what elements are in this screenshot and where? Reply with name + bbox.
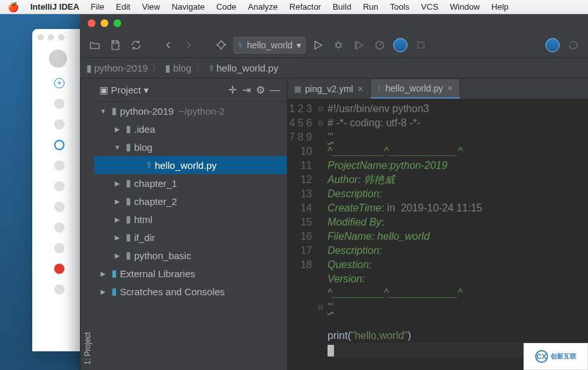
menu-tools[interactable]: Tools <box>390 2 409 12</box>
libraries-icon: ▮ <box>108 268 120 279</box>
build-button[interactable] <box>213 37 230 54</box>
folder-icon: ▮ <box>122 195 134 207</box>
menu-vcs[interactable]: VCS <box>421 2 438 12</box>
project-view-selector[interactable]: ▣ Project ▾ <box>99 84 149 96</box>
code-content[interactable]: #!/usr/bin/env python3 # -*- coding: utf… <box>325 99 588 370</box>
line-numbers: 1 2 3 4 5 6 7 8 9 10 11 12 13 14 15 16 1… <box>288 99 316 370</box>
tree-node-blog[interactable]: ▼ ▮ blog <box>94 138 287 156</box>
tree-root-path: ~/python-2 <box>179 106 224 117</box>
menu-build[interactable]: Build <box>333 2 351 12</box>
project-tool-window-tab[interactable]: 1: Project <box>80 79 94 370</box>
run-configuration-selector[interactable]: ⚕ hello_world ▾ <box>233 37 306 54</box>
breadcrumb-folder[interactable]: ▮ blog <box>165 63 191 74</box>
debug-button[interactable] <box>330 37 347 54</box>
python-file-icon: ⚕ <box>209 63 214 74</box>
run-config-label: hello_world <box>247 40 293 50</box>
expand-arrow-icon[interactable]: ▶ <box>112 180 122 187</box>
tree-label: if_dir <box>134 232 155 243</box>
text-caret <box>328 345 334 356</box>
run-with-coverage-button[interactable] <box>351 37 368 54</box>
expand-arrow-icon[interactable]: ▼ <box>112 144 122 151</box>
hide-button[interactable]: — <box>268 83 282 97</box>
tree-node-scratches[interactable]: ▶ ▮ Scratches and Consoles <box>94 282 287 300</box>
tree-node-hello-world[interactable]: ⚕ hello_world.py <box>94 156 287 174</box>
background-app-window: + <box>32 29 84 351</box>
close-tab-icon[interactable]: ✕ <box>357 84 364 93</box>
tree-label: hello_world.py <box>155 160 217 171</box>
expand-arrow-icon[interactable]: ▶ <box>98 288 108 295</box>
stop-button[interactable] <box>413 37 429 54</box>
expand-arrow-icon[interactable]: ▶ <box>112 252 122 259</box>
tree-node-external-libraries[interactable]: ▶ ▮ External Libraries <box>94 264 287 282</box>
expand-arrow-icon[interactable]: ▶ <box>112 234 122 241</box>
breadcrumb-root[interactable]: ▮ python-2019 <box>86 63 148 74</box>
tree-node-chapter2[interactable]: ▶ ▮ chapter_2 <box>94 192 287 210</box>
menu-help[interactable]: Help <box>491 2 509 12</box>
gauge-icon[interactable] <box>392 37 409 54</box>
collapse-all-button[interactable]: ⇥ <box>239 83 253 97</box>
window-controls[interactable] <box>88 19 121 27</box>
forward-button[interactable] <box>181 37 197 54</box>
expand-arrow-icon[interactable]: ▶ <box>112 216 122 223</box>
folder-icon: ▮ <box>122 231 134 243</box>
tree-node-pybasic[interactable]: ▶ ▮ python_basic <box>94 246 287 264</box>
python-icon: ⚕ <box>238 40 243 50</box>
expand-arrow-icon[interactable]: ▼ <box>98 108 108 115</box>
app-name[interactable]: IntelliJ IDEA <box>30 2 79 12</box>
open-button[interactable] <box>86 37 103 54</box>
minimize-window-icon[interactable] <box>101 19 108 27</box>
gauge2-icon[interactable] <box>544 37 561 54</box>
menu-file[interactable]: File <box>91 2 104 12</box>
update-button[interactable] <box>565 37 582 54</box>
close-tab-icon[interactable]: ✕ <box>447 84 453 93</box>
folder-icon: ▮ <box>165 63 170 74</box>
settings-button[interactable]: ⚙ <box>253 83 268 97</box>
expand-arrow-icon[interactable]: ▶ <box>112 198 122 205</box>
menu-code[interactable]: Code <box>216 2 236 12</box>
save-all-button[interactable] <box>107 37 124 54</box>
chevron-right-icon: 〉 <box>152 62 161 74</box>
breadcrumb-file[interactable]: ⚕ hello_world.py <box>209 63 279 74</box>
menu-view[interactable]: View <box>142 2 160 12</box>
menu-run[interactable]: Run <box>363 2 378 12</box>
zoom-window-icon[interactable] <box>113 19 121 27</box>
breadcrumb: ▮ python-2019 〉 ▮ blog 〉 ⚕ hello_world.p… <box>80 58 588 79</box>
tree-label: python_basic <box>134 250 191 261</box>
tree-node-chapter1[interactable]: ▶ ▮ chapter_1 <box>94 174 287 192</box>
tree-node-ifdir[interactable]: ▶ ▮ if_dir <box>94 228 287 246</box>
chevron-down-icon: ▾ <box>297 40 301 50</box>
folder-icon: ▮ <box>122 177 134 189</box>
fold-gutter[interactable]: ⊟⊟⊟ <box>316 99 325 370</box>
tree-label: html <box>134 214 152 225</box>
tab-label: hello_world.py <box>386 83 444 93</box>
tree-label: chapter_2 <box>134 196 177 207</box>
profile-button[interactable] <box>371 37 388 54</box>
folder-icon: ▮ <box>122 141 134 153</box>
menu-navigate[interactable]: Navigate <box>172 2 204 12</box>
back-button[interactable] <box>160 37 177 54</box>
tab-ping-v2[interactable]: ▦ ping_v2.yml ✕ <box>288 79 371 99</box>
menu-window[interactable]: Window <box>450 2 480 12</box>
project-tree: ▼ ▮ python-2019 ~/python-2 ▶ ▮ .idea ▼ ▮… <box>94 102 287 370</box>
tree-root[interactable]: ▼ ▮ python-2019 ~/python-2 <box>94 102 287 120</box>
expand-arrow-icon[interactable]: ▶ <box>112 126 122 133</box>
tree-node-idea[interactable]: ▶ ▮ .idea <box>94 120 287 138</box>
menu-analyze[interactable]: Analyze <box>248 2 278 12</box>
apple-logo-icon: 🍎 <box>8 2 19 12</box>
menu-edit[interactable]: Edit <box>116 2 130 12</box>
tree-node-html[interactable]: ▶ ▮ html <box>94 210 287 228</box>
locate-button[interactable]: ✛ <box>225 83 239 97</box>
run-button[interactable] <box>309 37 326 54</box>
ide-window: ⚕ hello_world ▾ ▮ python-2019 〉 ▮ blog 〉… <box>80 14 588 370</box>
tab-hello-world[interactable]: ⚕ hello_world.py ✕ <box>371 79 461 99</box>
menu-refactor[interactable]: Refactor <box>289 2 321 12</box>
main-toolbar: ⚕ hello_world ▾ <box>80 32 588 58</box>
sync-button[interactable] <box>128 37 144 54</box>
folder-icon: ▮ <box>86 63 92 74</box>
project-view-label: Project <box>111 84 141 95</box>
close-window-icon[interactable] <box>88 19 95 27</box>
expand-arrow-icon[interactable]: ▶ <box>98 270 108 277</box>
code-editor[interactable]: 1 2 3 4 5 6 7 8 9 10 11 12 13 14 15 16 1… <box>288 99 588 370</box>
mac-menubar: 🍎 IntelliJ IDEA File Edit View Navigate … <box>0 0 588 14</box>
tree-label: Scratches and Consoles <box>120 286 225 297</box>
